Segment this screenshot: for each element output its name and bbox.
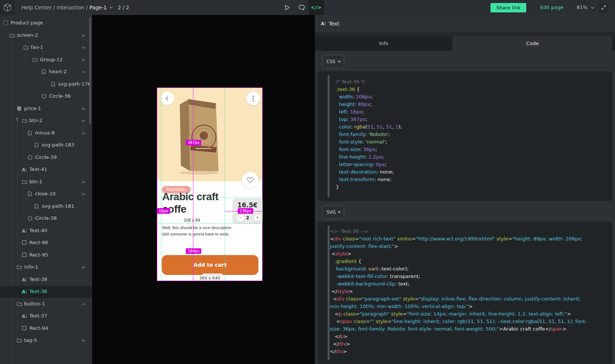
svg-code-line: <p class="paragraph" style="font-size: 1… — [330, 310, 605, 318]
chevron-down-icon[interactable] — [109, 5, 113, 9]
chevron-up-icon[interactable] — [81, 33, 86, 38]
kebab-menu-icon — [252, 95, 254, 101]
code-scrollbar[interactable] — [328, 225, 330, 360]
chevron-up-icon[interactable] — [81, 107, 86, 111]
layer-row-Circle-36[interactable]: Circle-36 — [0, 91, 92, 103]
chevron-up-icon[interactable] — [81, 192, 86, 196]
svg-code-line: -webkit-text-fill-color: transparent; — [330, 273, 605, 280]
css-language-select[interactable]: CSS — [322, 55, 344, 68]
quantity-increase-button[interactable]: + — [254, 214, 261, 222]
layer-row-svg-path-176[interactable]: svg-path-176 — [0, 79, 92, 91]
layer-label: svg-path-176 — [58, 81, 91, 87]
layer-row-button-1[interactable]: button-1 — [0, 298, 92, 310]
folder-icon — [17, 338, 23, 344]
file-icon — [27, 191, 33, 197]
layer-row-Rect-94[interactable]: Rect-94 — [0, 323, 92, 335]
svg-code-line: size: 36px; font-family: Roboto; font-st… — [330, 325, 605, 333]
comment-icon[interactable] — [298, 4, 305, 11]
fullscreen-button[interactable] — [599, 3, 609, 12]
chevron-up-icon[interactable] — [81, 45, 86, 50]
layer-row-tag-5[interactable]: tag-5 — [0, 335, 92, 347]
chevron-up-icon[interactable] — [81, 302, 86, 307]
zoom-level-control[interactable]: 81% — [577, 0, 595, 15]
chevron-up-icon[interactable] — [81, 58, 86, 62]
product-hero-area[interactable] — [157, 88, 262, 181]
circle-icon — [27, 216, 33, 222]
layer-row-Circle-39[interactable]: Circle-39 — [0, 152, 92, 164]
product-title[interactable]: Arabic craftcoffe — [162, 190, 230, 215]
rect-icon — [22, 240, 28, 246]
svg-language-select[interactable]: SVG — [322, 205, 344, 219]
layer-row-heart-2[interactable]: heart-2 — [0, 66, 92, 78]
layer-row-Text-36[interactable]: AText-36 — [0, 286, 92, 298]
play-icon[interactable] — [283, 4, 291, 11]
breadcrumb-page-name: Page-1 — [90, 5, 107, 11]
component-arrow-icon: ↑ — [15, 117, 19, 122]
measure-label: 367px — [186, 140, 201, 145]
chevron-up-icon[interactable] — [81, 265, 86, 270]
app-logo-icon[interactable] — [0, 0, 15, 15]
chevron-up-icon[interactable] — [81, 119, 86, 123]
phone-mockup[interactable]: Expresso Arabic craftcoffe 208 x 89 16.5… — [157, 88, 263, 281]
share-link-button[interactable]: Share link — [490, 3, 526, 12]
layer-row-Text-38[interactable]: AText-38 — [0, 274, 92, 286]
layer-label: minus-8 — [35, 130, 55, 136]
layer-row-Group-12[interactable]: Group-12 — [0, 54, 92, 66]
chevron-up-icon[interactable] — [81, 338, 86, 343]
layer-row-screen-2[interactable]: screen-2 — [0, 30, 92, 42]
layer-row-Text-40[interactable]: AText-40 — [0, 225, 92, 237]
layer-row-minus-8[interactable]: minus-8 — [0, 127, 92, 139]
add-to-cart-button[interactable]: Add to cart — [162, 255, 258, 275]
layer-row-price-1[interactable]: price-1 — [0, 103, 92, 115]
chevron-up-icon[interactable] — [81, 180, 86, 184]
back-button[interactable] — [161, 92, 174, 105]
folder-icon — [23, 45, 29, 51]
measure-label: 16px — [157, 208, 170, 214]
layer-row-Text-37[interactable]: AText-37 — [0, 310, 92, 322]
svg-code-line: .gradient { — [330, 258, 605, 265]
layer-row-Rect-96[interactable]: Rect-96 — [0, 237, 92, 249]
layer-row-Rect-95[interactable]: Rect-95 — [0, 249, 92, 261]
guide-line — [157, 198, 263, 198]
folder-icon — [32, 57, 38, 63]
layer-row-close-10[interactable]: close-10 — [0, 188, 92, 200]
layer-row-btn-2[interactable]: btn-2 — [0, 115, 92, 127]
breadcrumb-prefix: Help Center / Interaction / — [21, 5, 88, 11]
sidebar-scrollbar[interactable] — [89, 17, 91, 124]
folder-icon — [9, 33, 15, 39]
layer-row-info-1[interactable]: info-1 — [0, 261, 92, 273]
svg-code-line: <span class="" style="line-height: inher… — [330, 318, 605, 325]
code-scrollbar[interactable] — [328, 75, 330, 197]
layer-row-Product page[interactable]: Product page — [0, 17, 92, 29]
layer-label: btn-1 — [29, 179, 43, 184]
more-options-button[interactable] — [246, 92, 260, 105]
tab-code[interactable]: Code — [453, 36, 612, 51]
layer-row-svg-path-183[interactable]: svg-path-183 — [0, 139, 92, 151]
zoom-level-value: 81% — [577, 5, 588, 10]
edit-page-link[interactable]: Edit page — [540, 0, 563, 15]
layer-label: svg-path-183 — [42, 142, 74, 148]
layer-label: btn-2 — [29, 118, 43, 123]
favorite-button[interactable] — [242, 172, 258, 188]
css-code-line: letter-spacing: 0px; — [336, 161, 605, 168]
svg-code-line: </style> — [330, 288, 605, 295]
layer-row-Circle-38[interactable]: Circle-38 — [0, 213, 92, 225]
design-canvas[interactable]: Expresso Arabic craftcoffe 208 x 89 16.5… — [92, 15, 315, 364]
code-view-button[interactable]: </> — [308, 0, 324, 15]
layer-row-btn-1[interactable]: btn-1 — [0, 176, 92, 188]
quantity-decrease-button[interactable]: − — [237, 214, 244, 222]
css-code-line: .text-36 { — [336, 86, 605, 93]
file-icon — [41, 69, 47, 75]
layer-label: screen-2 — [17, 32, 38, 38]
layer-row-fav-1[interactable]: fav-1 — [0, 42, 92, 54]
breadcrumb[interactable]: Help Center / Interaction /Page-1 — [21, 0, 113, 15]
guide-line — [225, 88, 225, 281]
layer-row-Text-41[interactable]: AText-41 — [0, 164, 92, 176]
chevron-up-icon[interactable] — [81, 131, 86, 136]
coffee-bag-image[interactable] — [176, 93, 224, 176]
layer-row-svg-path-181[interactable]: svg-path-181 — [0, 201, 92, 213]
svg-code-line: </div> — [330, 340, 605, 348]
chevron-up-icon[interactable] — [81, 70, 86, 74]
tab-info[interactable]: Info — [315, 36, 453, 51]
css-code-line: text-decoration: none; — [336, 168, 605, 176]
